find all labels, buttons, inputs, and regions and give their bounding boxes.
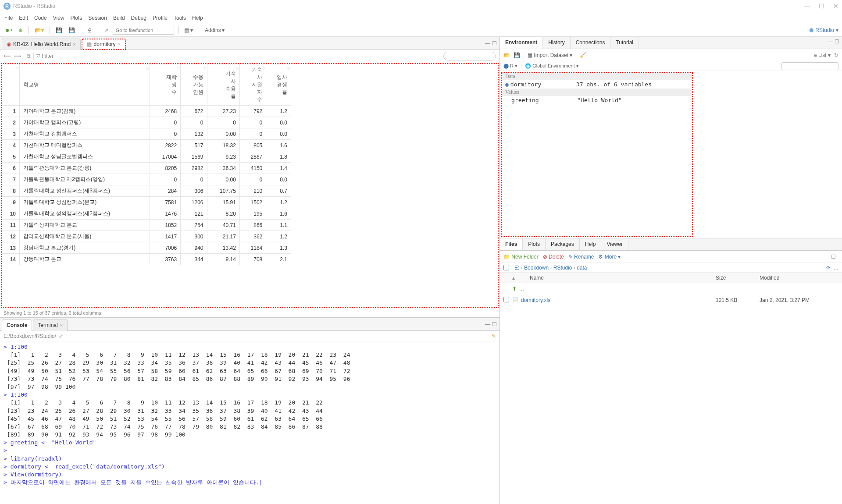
tab-plots[interactable]: Plots bbox=[523, 238, 546, 250]
tab-history[interactable]: History bbox=[543, 37, 570, 49]
table-row[interactable]: 11가톨릭상지대학교 본교185275440.718661.1 bbox=[2, 220, 291, 231]
sort-icon[interactable]: ▴ bbox=[512, 275, 517, 281]
tab-help[interactable]: Help bbox=[580, 238, 602, 250]
back-icon[interactable]: ⟸ bbox=[4, 53, 11, 59]
menu-code[interactable]: Code bbox=[34, 15, 47, 21]
env-item-dormitory[interactable]: ◉ dormitory 37 obs. of 6 variables bbox=[502, 80, 692, 89]
table-row[interactable]: 2가야대학교 캠퍼스(고령)00000.0 bbox=[2, 117, 291, 128]
refresh-icon[interactable]: ↻ bbox=[834, 52, 838, 58]
tab-dormitory[interactable]: ▦ dormitory × bbox=[82, 39, 126, 50]
more-button[interactable]: ⚙ More ▾ bbox=[598, 254, 621, 260]
close-icon[interactable]: ✕ bbox=[833, 3, 838, 10]
tab-hello-world[interactable]: ◉ KR-02. Hello World.Rmd × bbox=[2, 39, 81, 50]
tab-environment[interactable]: Environment bbox=[500, 37, 543, 49]
file-row[interactable]: 📄dormitory.xls121.5 KBJan 2, 2021, 3:27 … bbox=[500, 295, 842, 306]
import-dataset-button[interactable]: ▦ Import Dataset ▾ bbox=[528, 52, 572, 58]
tab-files[interactable]: Files bbox=[500, 238, 523, 250]
menu-debug[interactable]: Debug bbox=[131, 15, 146, 21]
menu-profile[interactable]: Profile bbox=[153, 15, 168, 21]
breadcrumb-item[interactable]: Bookdown bbox=[524, 265, 549, 271]
menu-session[interactable]: Session bbox=[88, 15, 107, 21]
goto-arrow-icon[interactable]: ↗ bbox=[102, 26, 110, 34]
close-tab-icon[interactable]: × bbox=[118, 42, 121, 47]
new-project-button[interactable]: ⊕ bbox=[17, 26, 25, 34]
tab-viewer[interactable]: Viewer bbox=[601, 238, 628, 250]
menu-file[interactable]: File bbox=[4, 15, 13, 21]
tab-tutorial[interactable]: Tutorial bbox=[610, 37, 639, 49]
minimize-pane-icon[interactable]: — bbox=[828, 39, 833, 47]
table-row[interactable]: 13강남대학교 본교(경기)700694013.4211841.3 bbox=[2, 242, 291, 254]
env-item-greeting[interactable]: greeting "Hello World" bbox=[502, 96, 692, 104]
maximize-pane-icon[interactable]: ☐ bbox=[492, 40, 497, 46]
file-checkbox[interactable] bbox=[503, 297, 509, 302]
more-path-icon[interactable]: … bbox=[833, 265, 838, 271]
forward-icon[interactable]: ⟹ bbox=[14, 53, 21, 59]
column-header[interactable]: 수용가능인원◇ bbox=[181, 64, 207, 106]
column-header[interactable]: 입사경쟁률◇ bbox=[266, 64, 291, 106]
clear-console-icon[interactable]: ✎ bbox=[492, 333, 496, 339]
maximize-pane-icon[interactable]: ☐ bbox=[492, 321, 497, 327]
load-workspace-icon[interactable]: 📂 bbox=[503, 52, 510, 58]
select-all-checkbox[interactable] bbox=[503, 265, 509, 270]
rename-button[interactable]: ✎ Rename bbox=[568, 254, 594, 260]
minimize-pane-icon[interactable]: — bbox=[485, 40, 490, 46]
maximize-pane-icon[interactable]: ☐ bbox=[835, 39, 839, 47]
tab-terminal[interactable]: Terminal × bbox=[33, 319, 68, 331]
table-row[interactable]: 12감리교신학대학교 본교(서울)141730021.173621.2 bbox=[2, 231, 291, 242]
delete-button[interactable]: ⊘ Delete bbox=[543, 254, 564, 260]
addins-button[interactable]: Addins ▾ bbox=[203, 26, 226, 34]
env-search-input[interactable] bbox=[781, 62, 838, 70]
grid-button[interactable]: ▦ ▾ bbox=[182, 26, 195, 34]
new-file-button[interactable]: ● ▾ bbox=[4, 25, 14, 35]
table-row[interactable]: 5가천대학교 성남글로벌캠퍼스1700415699.2328671.8 bbox=[2, 151, 291, 163]
table-row[interactable]: 3가천대학교 강화캠퍼스01320.0000.0 bbox=[2, 128, 291, 140]
popout-icon[interactable]: ⤢ bbox=[59, 333, 63, 339]
column-header[interactable]: ◇ bbox=[2, 64, 20, 106]
column-header[interactable]: 재학생수◇ bbox=[150, 64, 181, 106]
table-row[interactable]: 9가톨릭대학교 성심캠퍼스(본교)7581120615.9115021.2 bbox=[2, 197, 291, 208]
menu-build[interactable]: Build bbox=[113, 15, 125, 21]
new-folder-button[interactable]: 📁 New Folder bbox=[503, 254, 539, 260]
minimize-icon[interactable]: — bbox=[804, 3, 810, 10]
clear-env-icon[interactable]: 🧹 bbox=[580, 52, 586, 58]
menu-edit[interactable]: Edit bbox=[19, 15, 28, 21]
tab-packages[interactable]: Packages bbox=[546, 238, 580, 250]
breadcrumb-item[interactable]: data bbox=[577, 265, 587, 271]
column-header[interactable]: 기숙사수용률◇ bbox=[207, 64, 239, 106]
filter-icon[interactable]: ▽ Filter bbox=[36, 53, 54, 59]
file-row[interactable]: ⬆.. bbox=[500, 283, 842, 295]
list-view-button[interactable]: ≡ List ▾ bbox=[814, 52, 831, 58]
data-search-input[interactable] bbox=[443, 52, 496, 60]
lang-selector[interactable]: ⬤ R ▾ bbox=[503, 63, 517, 69]
save-all-button[interactable]: 💾 bbox=[67, 26, 77, 34]
table-row[interactable]: 7가톨릭관동대학교 제2캠퍼스(양양)000.0000.0 bbox=[2, 174, 291, 185]
maximize-icon[interactable]: ☐ bbox=[819, 3, 824, 10]
table-row[interactable]: 4가천대학교 메디컬캠퍼스282251718.328051.6 bbox=[2, 140, 291, 151]
menu-view[interactable]: View bbox=[53, 15, 64, 21]
tab-console[interactable]: Console bbox=[2, 319, 32, 331]
column-header[interactable]: 학교명◇ bbox=[20, 64, 150, 106]
goto-input[interactable] bbox=[113, 26, 174, 35]
save-workspace-icon[interactable]: 💾 bbox=[514, 52, 520, 58]
refresh-icon[interactable]: ⟳ bbox=[826, 265, 831, 271]
menu-help[interactable]: Help bbox=[192, 15, 203, 21]
project-menu[interactable]: ⬢RStudio ▾ bbox=[809, 27, 838, 33]
menu-tools[interactable]: Tools bbox=[174, 15, 186, 21]
column-header[interactable]: 기숙사지원자수◇ bbox=[239, 64, 266, 106]
minimize-pane-icon[interactable]: — bbox=[485, 321, 490, 327]
open-file-button[interactable]: 📂▾ bbox=[33, 26, 46, 34]
minimize-pane-icon[interactable]: — bbox=[824, 254, 829, 260]
tab-connections[interactable]: Connections bbox=[571, 37, 611, 49]
breadcrumb-item[interactable]: RStudio bbox=[553, 265, 572, 271]
breadcrumb-item[interactable]: E: bbox=[514, 265, 519, 271]
print-button[interactable]: 🖨 bbox=[85, 26, 94, 34]
popout-icon[interactable]: ⧉ bbox=[27, 53, 31, 59]
console-output[interactable]: > 1:100 [1] 1 2 3 4 5 6 7 8 9 10 11 12 1… bbox=[0, 341, 499, 504]
close-tab-icon[interactable]: × bbox=[73, 42, 75, 47]
table-row[interactable]: 1가야대학교 본교(김해)246867227.237921.2 bbox=[2, 106, 291, 117]
save-button[interactable]: 💾 bbox=[54, 26, 64, 34]
maximize-pane-icon[interactable]: ☐ bbox=[831, 254, 836, 260]
table-row[interactable]: 8가톨릭대학교 성신캠퍼스(제3캠퍼스)284306107.752100.7 bbox=[2, 185, 291, 197]
table-row[interactable]: 6가톨릭관동대학교 본교(강릉)8205298236.3441501.4 bbox=[2, 163, 291, 174]
scope-selector[interactable]: 🌐 Global Environment ▾ bbox=[525, 63, 579, 69]
